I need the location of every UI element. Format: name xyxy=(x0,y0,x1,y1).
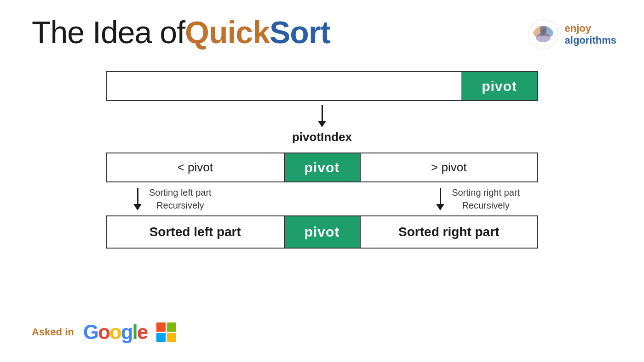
google-logo: Google xyxy=(83,321,148,344)
sorted-right-section: Sorted right part xyxy=(361,216,538,248)
recursive-row: Sorting left partRecursively Sorting rig… xyxy=(106,186,538,212)
recursive-left-label: Sorting left partRecursively xyxy=(149,186,212,212)
asked-in-label: Asked in xyxy=(32,326,74,338)
recursive-right-group: Sorting right partRecursively xyxy=(436,186,520,212)
greater-pivot-section: > pivot xyxy=(361,153,538,181)
ms-red-square xyxy=(156,322,166,332)
less-pivot-section: < pivot xyxy=(107,153,285,181)
ms-yellow-square xyxy=(167,333,176,342)
ms-blue-square xyxy=(156,333,166,342)
recursive-right-label: Sorting right partRecursively xyxy=(452,186,520,212)
sorted-array: Sorted left part pivot Sorted right part xyxy=(106,215,538,249)
title-quick: Quick xyxy=(185,14,270,50)
pivot-index-label: pivotIndex xyxy=(292,130,352,144)
diagram: pivot pivotIndex < pivot pivot > pivot S… xyxy=(104,71,540,249)
partitioned-array: < pivot pivot > pivot xyxy=(106,153,538,182)
initial-array: pivot xyxy=(106,71,538,101)
logo-text: enjoy algorithms xyxy=(565,23,616,47)
recursive-arrow-right xyxy=(436,188,444,210)
arrow-head-1 xyxy=(318,121,326,127)
arrow-head-left xyxy=(133,204,142,210)
logo-icon xyxy=(527,18,559,51)
page-header: The Idea of Quick Sort xyxy=(32,14,330,50)
footer: Asked in Google xyxy=(32,321,176,344)
pivot-cell-row3: pivot xyxy=(285,216,361,248)
logo-algorithms: algorithms xyxy=(565,34,616,46)
arrow-line-right xyxy=(440,188,441,204)
recursive-arrow-left xyxy=(133,188,142,210)
logo-enjoy: enjoy xyxy=(565,23,616,34)
pivot-cell-row2: pivot xyxy=(285,153,361,181)
arrow-head-right xyxy=(436,204,444,210)
arrow-to-pivot-index xyxy=(318,105,326,127)
arrow-line-left xyxy=(137,188,138,204)
title-prefix: The Idea of xyxy=(32,14,185,50)
arrow-line-1 xyxy=(322,105,323,121)
sorted-left-section: Sorted left part xyxy=(107,216,285,248)
title-sort: Sort xyxy=(270,14,330,50)
recursive-left-group: Sorting left partRecursively xyxy=(133,186,212,212)
ms-green-square xyxy=(167,322,176,332)
logo: enjoy algorithms xyxy=(527,18,616,51)
array-main-section xyxy=(107,72,461,100)
microsoft-logo xyxy=(156,322,176,342)
pivot-cell-row1: pivot xyxy=(461,72,537,100)
